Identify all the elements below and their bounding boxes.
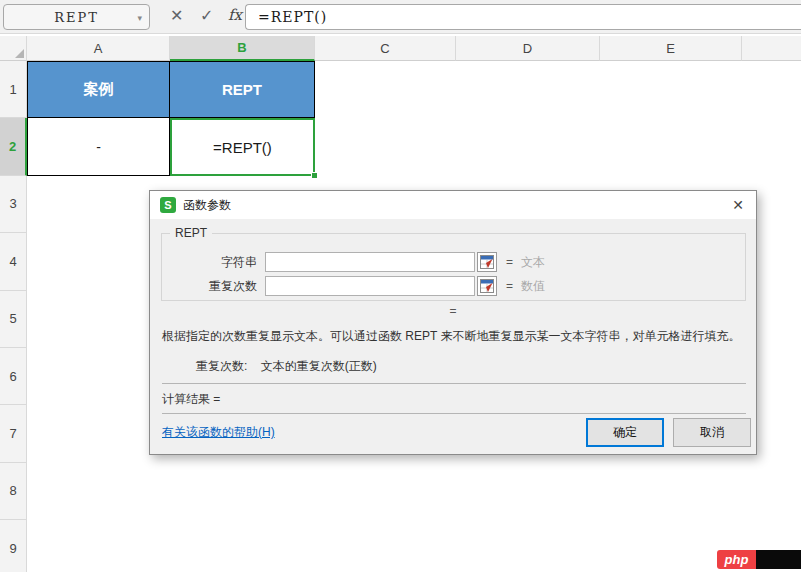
count-field-label: 重复次数 [162, 278, 257, 295]
row-header-7[interactable]: 7 [0, 405, 27, 462]
close-icon[interactable]: ✕ [732, 197, 744, 213]
insert-function-icon[interactable]: fx [228, 6, 242, 24]
selection-fill-handle[interactable] [311, 172, 318, 179]
cell-a1[interactable]: 案例 [27, 61, 170, 118]
field-row-count: 重复次数 = 数值 [162, 275, 545, 297]
separator [162, 413, 746, 414]
wps-spreadsheet-logo-icon: S [160, 197, 176, 213]
function-name-label: REPT [170, 226, 212, 240]
row-header-5[interactable]: 5 [0, 291, 27, 348]
parameter-hint-text: 文本的重复次数(正数) [261, 359, 377, 373]
ok-button[interactable]: 确定 [586, 418, 664, 447]
confirm-icon[interactable]: ✓ [200, 6, 213, 25]
count-field-input[interactable] [265, 276, 475, 296]
name-box[interactable]: REPT ▾ [3, 4, 150, 30]
column-headers: A B C D E [0, 36, 801, 61]
function-help-link[interactable]: 有关该函数的帮助(H) [162, 424, 275, 441]
php-watermark-black-box [756, 550, 801, 569]
column-header-d[interactable]: D [456, 36, 600, 61]
php-watermark-label: php [717, 550, 756, 569]
result-equals-sign: = [150, 304, 756, 318]
equals-sign: = [506, 255, 513, 269]
cancel-icon[interactable]: ✕ [170, 6, 183, 25]
column-header-a[interactable]: A [27, 36, 170, 61]
select-all-corner[interactable] [0, 36, 27, 61]
count-type-hint: 数值 [521, 278, 545, 295]
cancel-button[interactable]: 取消 [673, 418, 751, 447]
range-picker-button[interactable] [477, 276, 497, 296]
column-header-b[interactable]: B [170, 36, 315, 61]
string-field-label: 字符串 [162, 254, 257, 271]
field-row-string: 字符串 = 文本 [162, 251, 545, 273]
function-description: 根据指定的次数重复显示文本。可以通过函数 REPT 来不断地重复显示某一文本字符… [162, 328, 748, 345]
row-header-6[interactable]: 6 [0, 348, 27, 405]
cell-b1[interactable]: REPT [170, 61, 315, 118]
separator [162, 383, 746, 384]
string-type-hint: 文本 [521, 254, 545, 271]
row-header-2[interactable]: 2 [0, 118, 27, 175]
equals-sign: = [506, 279, 513, 293]
row-headers: 1 2 3 4 5 6 7 8 9 [0, 61, 27, 572]
spreadsheet-app: REPT ▾ ✕ ✓ fx =REPT() A B C D E 1 2 3 4 … [0, 0, 801, 572]
parameter-hint-label: 重复次数: [196, 359, 247, 373]
range-picker-icon [480, 255, 494, 269]
range-picker-button[interactable] [477, 252, 497, 272]
name-box-value: REPT [54, 10, 99, 25]
row-header-9[interactable]: 9 [0, 520, 27, 572]
dialog-titlebar[interactable]: S 函数参数 ✕ [150, 191, 756, 219]
row-header-3[interactable]: 3 [0, 176, 27, 233]
range-picker-icon [480, 279, 494, 293]
cell-a2[interactable]: - [27, 118, 170, 176]
column-header-c[interactable]: C [315, 36, 456, 61]
formula-bar: REPT ▾ ✕ ✓ fx =REPT() [0, 0, 801, 34]
cell-b2-selected[interactable]: =REPT() [170, 118, 315, 176]
column-header-e[interactable]: E [600, 36, 742, 61]
parameter-hint: 重复次数: 文本的重复次数(正数) [196, 358, 377, 375]
string-field-input[interactable] [265, 252, 475, 272]
row-header-4[interactable]: 4 [0, 233, 27, 290]
select-all-triangle-icon [15, 49, 24, 58]
function-arguments-dialog: S 函数参数 ✕ REPT 字符串 = 文本 重复次数 [149, 190, 757, 455]
formula-input[interactable]: =REPT() [245, 4, 801, 30]
column-header-partial[interactable] [742, 36, 801, 61]
row-header-1[interactable]: 1 [0, 61, 27, 118]
php-watermark: php [717, 550, 801, 569]
chevron-down-icon[interactable]: ▾ [137, 13, 142, 23]
row-header-8[interactable]: 8 [0, 463, 27, 520]
calculation-result-label: 计算结果 = [162, 391, 220, 408]
formula-text: =REPT() [246, 9, 327, 25]
dialog-title: 函数参数 [183, 197, 231, 214]
